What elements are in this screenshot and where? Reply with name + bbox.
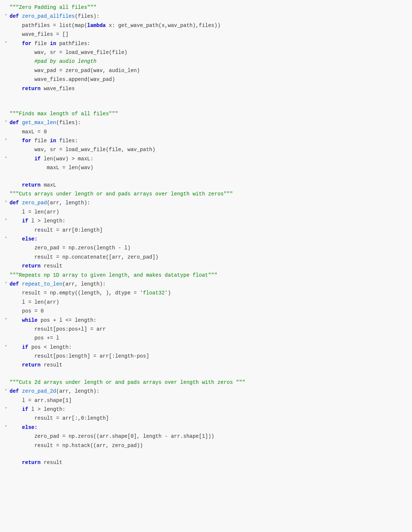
- fold-arrow[interactable]: ▾: [4, 317, 8, 321]
- line-content: while pos + l <= length:: [10, 316, 412, 325]
- line-content: wav_pad = zero_pad(wav, audio_len): [10, 66, 412, 75]
- line-content: if len(wav) > maxL:: [10, 154, 412, 163]
- code-text: result = arr[:,0:length]: [34, 415, 109, 421]
- keyword: return: [22, 182, 41, 188]
- line: zero_pad = np.zeros(length - l): [10, 243, 412, 252]
- keyword: return: [22, 460, 41, 466]
- comment: #pad by audio length: [34, 58, 96, 64]
- line: result = np.hstack((arr, zero_pad)): [10, 441, 412, 450]
- line-content: l = arr.shape[1]: [10, 396, 412, 405]
- line-content: return result: [10, 262, 412, 270]
- fold-arrow[interactable]: ▾: [4, 281, 8, 285]
- line: return maxL: [10, 181, 412, 190]
- line: #pad by audio length: [10, 57, 412, 66]
- fold-arrow[interactable]: ▾: [4, 156, 8, 160]
- line: ▾ def get_max_len(files):: [10, 118, 412, 127]
- code-text: (files):: [56, 120, 81, 126]
- keyword: def: [10, 120, 22, 126]
- blank-line: [10, 450, 412, 458]
- fold-arrow[interactable]: ▾: [4, 119, 8, 124]
- code-editor: """Zero Padding all files""" ▾ def zero_…: [0, 0, 412, 532]
- line: result = np.concatenate([arr, zero_pad]): [10, 253, 412, 262]
- line-content: result = arr[:,0:length]: [10, 414, 412, 423]
- code-text: maxL: [41, 182, 56, 188]
- keyword: return: [22, 263, 41, 269]
- line-content: def zero_pad_2d(arr, length):: [10, 387, 412, 396]
- line-content: def zero_pad_allfiles(files):: [10, 12, 412, 21]
- line: ▾ def zero_pad_2d(arr, length):: [10, 387, 412, 396]
- line: wave_files = []: [10, 30, 412, 39]
- docstring: """Zero Padding all files""": [10, 4, 96, 10]
- fold-arrow[interactable]: ▾: [4, 388, 8, 392]
- line-content: return wave_files: [10, 84, 412, 93]
- code-text: (files):: [75, 13, 99, 19]
- blank-line: [10, 93, 412, 101]
- code-text: l = len(arr): [22, 209, 59, 215]
- line-content: wave_files.append(wav_pad): [10, 75, 412, 84]
- code-lines: """Zero Padding all files""" ▾ def zero_…: [7, 3, 412, 467]
- code-text: len(wav) > maxL:: [41, 156, 93, 162]
- line-content: if l > length:: [10, 405, 412, 414]
- keyword: return: [22, 86, 41, 92]
- line: wave_files.append(wav_pad): [10, 75, 412, 84]
- line-content: wave_files = []: [10, 30, 412, 39]
- line-content: pathfiles = list(map(lambda x: get_wave_…: [10, 21, 412, 30]
- code-text: l > length:: [28, 218, 65, 224]
- code-text: wav, sr = load_wave_file(file): [34, 50, 127, 55]
- line: ▾ def zero_pad(arr, length):: [10, 198, 412, 207]
- line-content: maxL = len(wav): [10, 163, 412, 172]
- line: ▾ else:: [10, 235, 412, 243]
- line: """Cuts arrays under length or and pads …: [10, 190, 412, 198]
- line-content: def get_max_len(files):: [10, 118, 412, 127]
- fold-arrow[interactable]: ▾: [4, 13, 8, 17]
- line: l = arr.shape[1]: [10, 396, 412, 405]
- line: ▾ def repeat_to_len(arr, length):: [10, 280, 412, 289]
- fold-arrow[interactable]: ▾: [4, 200, 8, 204]
- code-text: result[pos:pos+l] = arr: [34, 326, 106, 332]
- code-text: wave_files.append(wav_pad): [34, 76, 115, 82]
- fold-arrow[interactable]: ▾: [4, 406, 8, 410]
- code-text: wave_files = []: [22, 31, 69, 37]
- line: return result: [10, 458, 412, 467]
- line: pos = 0: [10, 307, 412, 316]
- code-text: result = np.concatenate([arr, zero_pad]): [34, 254, 158, 260]
- fold-arrow[interactable]: ▾: [4, 218, 8, 222]
- keyword: if: [34, 156, 41, 162]
- line-content: result[pos:pos+l] = arr: [10, 325, 412, 334]
- line: maxL = len(wav): [10, 163, 412, 172]
- line: ▾ def zero_pad_allfiles(files):: [10, 12, 412, 21]
- line: result = arr[0:length]: [10, 226, 412, 235]
- function-name: zero_pad_allfiles: [22, 13, 75, 19]
- code-text: result = np.hstack((arr, zero_pad)): [34, 443, 143, 449]
- keyword: if: [22, 218, 28, 224]
- keyword: if: [22, 406, 28, 412]
- fold-arrow[interactable]: ▾: [4, 344, 8, 348]
- code-text: result = arr[0:length]: [34, 227, 103, 233]
- line: ▾ if l > length:: [10, 216, 412, 225]
- keyword: else:: [22, 424, 38, 430]
- line-content: if l > length:: [10, 216, 412, 225]
- line-content: def repeat_to_len(arr, length):: [10, 280, 412, 289]
- code-text: l = arr.shape[1]: [22, 398, 72, 403]
- code-text: zero_pad = np.zeros((arr.shape[0], lengt…: [34, 433, 214, 439]
- line: zero_pad = np.zeros((arr.shape[0], lengt…: [10, 432, 412, 441]
- keyword: while: [22, 317, 38, 323]
- line: """Finds max length of all files""": [10, 109, 412, 118]
- line: pathfiles = list(map(lambda x: get_wave_…: [10, 21, 412, 30]
- code-text: pos + l <= length:: [38, 317, 97, 323]
- code-text: pos = 0: [22, 308, 44, 314]
- fold-arrow[interactable]: ▾: [4, 137, 8, 142]
- line-content: if pos < length:: [10, 343, 412, 352]
- line: ▾ if pos < length:: [10, 343, 412, 352]
- keyword: else:: [22, 236, 38, 242]
- fold-arrow[interactable]: ▾: [4, 424, 8, 429]
- fold-arrow[interactable]: ▾: [4, 236, 8, 240]
- line: l = len(arr): [10, 208, 412, 216]
- line: wav, sr = load_wav_file(file, wav_path): [10, 145, 412, 154]
- keyword: in: [50, 138, 56, 144]
- line-content: """Zero Padding all files""": [10, 3, 412, 12]
- fold-arrow[interactable]: ▾: [4, 40, 8, 45]
- line-content: else:: [10, 423, 412, 432]
- code-text: l > length:: [28, 406, 65, 412]
- blank-line: [10, 173, 412, 181]
